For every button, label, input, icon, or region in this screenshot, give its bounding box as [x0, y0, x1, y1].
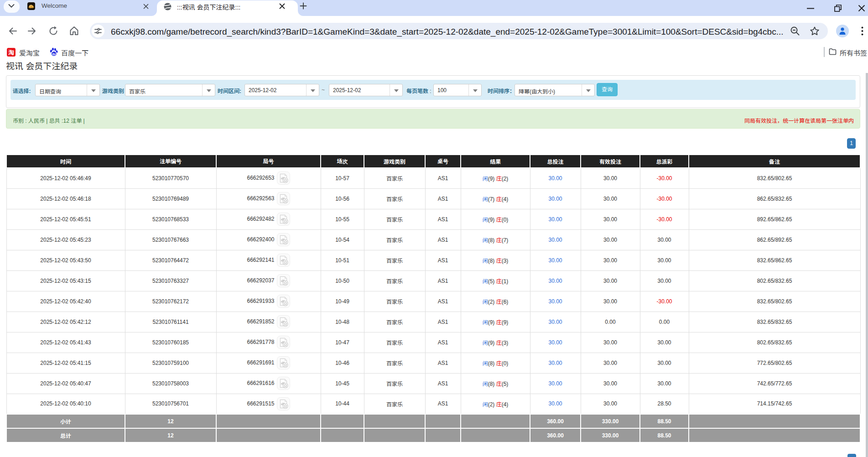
svg-text:du: du: [52, 52, 56, 56]
svg-text:淘: 淘: [8, 48, 14, 57]
